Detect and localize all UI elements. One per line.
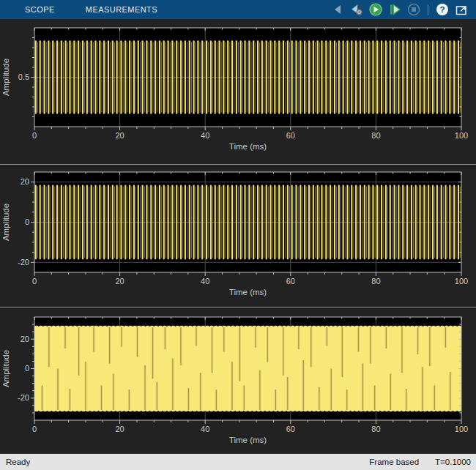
tab-measurements[interactable]: MEASUREMENTS	[70, 0, 173, 19]
svg-text:20: 20	[115, 425, 124, 433]
svg-text:20: 20	[21, 335, 29, 343]
svg-text:20: 20	[115, 131, 124, 140]
svg-text:60: 60	[286, 277, 295, 286]
svg-text:40: 40	[201, 277, 209, 286]
svg-text:0: 0	[25, 217, 29, 226]
scope-plot-1[interactable]: 0204060801000.5Time (ms)Amplitude	[0, 19, 476, 164]
svg-text:20: 20	[21, 177, 29, 186]
dock-button[interactable]	[454, 2, 469, 17]
playback-toolbar: ?	[330, 2, 476, 17]
svg-text:100: 100	[455, 277, 468, 286]
svg-text:80: 80	[371, 131, 380, 140]
svg-text:0: 0	[25, 364, 29, 373]
toolstrip: SCOPE MEASUREMENTS	[0, 0, 476, 19]
svg-text:0: 0	[32, 131, 37, 140]
svg-text:80: 80	[371, 425, 380, 433]
svg-text:100: 100	[455, 425, 468, 433]
svg-text:80: 80	[371, 277, 380, 286]
step-back-button[interactable]	[349, 2, 364, 17]
tab-scope[interactable]: SCOPE	[10, 0, 70, 19]
run-button[interactable]	[368, 2, 383, 17]
tab-bar: SCOPE MEASUREMENTS	[0, 0, 173, 19]
dock-icon	[457, 7, 466, 15]
svg-text:0.5: 0.5	[18, 72, 29, 81]
stop-icon	[409, 4, 420, 15]
status-message: Ready	[0, 458, 30, 466]
svg-text:?: ?	[439, 5, 445, 14]
scope-plot-3[interactable]: 020406080100200-20Time (ms)Amplitude	[0, 307, 476, 453]
svg-text:0: 0	[32, 425, 37, 433]
status-mode: Frame based	[369, 458, 419, 466]
svg-text:-20: -20	[18, 393, 29, 402]
svg-text:40: 40	[201, 131, 209, 140]
step-back-gear-icon	[352, 4, 362, 15]
svg-text:Amplitude: Amplitude	[1, 204, 10, 241]
svg-text:40: 40	[201, 425, 209, 433]
scope-display-area: 0204060801000.5Time (ms)Amplitude 020406…	[0, 19, 476, 453]
scope-plot-2[interactable]: 020406080100200-20Time (ms)Amplitude	[0, 165, 476, 307]
collapse-chevron-icon[interactable]	[330, 2, 345, 17]
stop-button[interactable]	[406, 2, 421, 17]
step-forward-icon	[390, 5, 400, 15]
toolbar-divider	[428, 4, 428, 15]
svg-text:0: 0	[32, 277, 37, 286]
run-icon	[370, 4, 382, 15]
svg-text:Time (ms): Time (ms)	[229, 436, 267, 444]
svg-text:60: 60	[286, 131, 295, 140]
svg-text:Amplitude: Amplitude	[1, 59, 10, 96]
status-bar: Ready Frame based T=0.1000	[0, 453, 476, 470]
step-forward-button[interactable]	[387, 2, 402, 17]
svg-text:100: 100	[455, 131, 468, 140]
svg-text:60: 60	[286, 425, 295, 433]
svg-text:Time (ms): Time (ms)	[229, 142, 267, 151]
help-button[interactable]: ?	[435, 2, 450, 17]
svg-text:-20: -20	[18, 258, 29, 266]
status-sim-time: T=0.1000	[435, 458, 471, 466]
svg-text:Amplitude: Amplitude	[1, 350, 10, 387]
help-icon: ?	[436, 4, 448, 15]
svg-text:Time (ms): Time (ms)	[229, 288, 267, 296]
svg-text:20: 20	[115, 277, 124, 286]
